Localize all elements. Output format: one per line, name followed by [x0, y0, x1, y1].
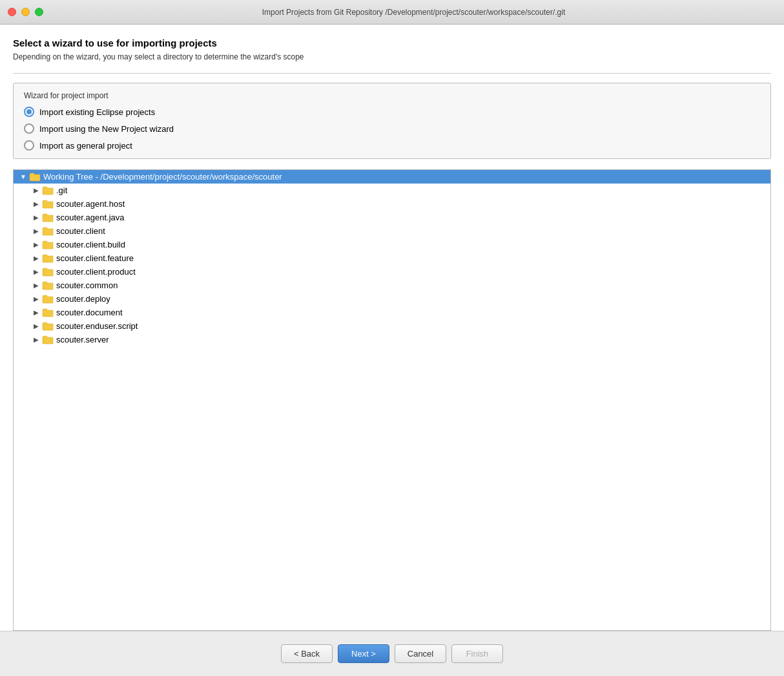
close-button[interactable]: [8, 8, 16, 16]
tree-item-label: scouter.agent.java: [56, 213, 125, 222]
folder-icon-child: [42, 268, 54, 277]
tree-item[interactable]: scouter.enduser.script: [14, 319, 770, 333]
radio-new-project[interactable]: [24, 123, 34, 134]
tree-item-label: scouter.client.build: [56, 240, 125, 249]
folder-icon-child: [42, 254, 54, 263]
dialog-content: Select a wizard to use for importing pro…: [0, 25, 784, 676]
tree-children: .git scouter.agent.host scouter.agent.ja…: [14, 184, 770, 346]
tree-item-label: scouter.enduser.script: [56, 321, 138, 331]
tree-root-label: Working Tree - /Development/project/scou…: [43, 172, 282, 182]
tree-item[interactable]: scouter.server: [14, 333, 770, 346]
tree-item-label: scouter.server: [56, 335, 109, 344]
expand-arrow-child[interactable]: [32, 186, 41, 195]
radio-import-eclipse[interactable]: [24, 107, 34, 117]
tree-item[interactable]: scouter.client.feature: [14, 251, 770, 265]
folder-icon-child: [42, 322, 54, 331]
tree-item-label: .git: [56, 185, 67, 195]
separator: [13, 73, 771, 74]
next-button[interactable]: Next >: [338, 644, 389, 663]
wizard-box-label: Wizard for project import: [24, 91, 760, 100]
dialog-body: Select a wizard to use for importing pro…: [0, 25, 784, 631]
expand-arrow-child[interactable]: [32, 240, 41, 249]
expand-arrow-child[interactable]: [32, 200, 41, 209]
expand-arrow-child[interactable]: [32, 308, 41, 317]
bottom-bar: < Back Next > Cancel Finish: [0, 631, 784, 676]
radio-label-2: Import using the New Project wizard: [39, 124, 174, 134]
radio-option-3[interactable]: Import as general project: [24, 140, 760, 151]
minimize-button[interactable]: [21, 8, 30, 16]
tree-item[interactable]: scouter.deploy: [14, 292, 770, 306]
cancel-button[interactable]: Cancel: [395, 644, 446, 663]
tree-item-label: scouter.deploy: [56, 294, 110, 304]
radio-label-1: Import existing Eclipse projects: [39, 107, 155, 117]
tree-item[interactable]: scouter.common: [14, 279, 770, 292]
folder-icon-child: [42, 308, 54, 317]
title-bar: Import Projects from Git Repository /Dev…: [0, 0, 784, 25]
dialog-subtitle: Depending on the wizard, you may select …: [13, 52, 771, 61]
tree-item-label: scouter.common: [56, 280, 118, 290]
folder-icon-child: [42, 281, 54, 290]
folder-icon-child: [42, 295, 54, 304]
folder-icon-child: [42, 240, 54, 249]
tree-item[interactable]: scouter.agent.host: [14, 197, 770, 211]
tree-item[interactable]: scouter.client: [14, 224, 770, 238]
radio-option-2[interactable]: Import using the New Project wizard: [24, 123, 760, 134]
tree-item-label: scouter.document: [56, 308, 123, 317]
back-button[interactable]: < Back: [281, 644, 333, 663]
maximize-button[interactable]: [35, 8, 43, 16]
folder-icon-child: [42, 227, 54, 236]
finish-button[interactable]: Finish: [451, 644, 503, 663]
tree-view[interactable]: Working Tree - /Development/project/scou…: [13, 169, 771, 631]
tree-item[interactable]: scouter.client.product: [14, 265, 770, 279]
window-title: Import Projects from Git Repository /Dev…: [51, 8, 776, 17]
tree-root[interactable]: Working Tree - /Development/project/scou…: [14, 170, 770, 184]
expand-arrow-child[interactable]: [32, 227, 41, 236]
tree-item-label: scouter.agent.host: [56, 199, 125, 209]
dialog-header: Select a wizard to use for importing pro…: [13, 37, 771, 70]
tree-item-label: scouter.client: [56, 226, 105, 236]
tree-item-label: scouter.client.product: [56, 267, 136, 277]
traffic-lights: [8, 8, 43, 16]
expand-arrow-child[interactable]: [32, 213, 41, 222]
folder-icon-root: [29, 173, 41, 182]
folder-icon-child: [42, 200, 54, 209]
tree-item[interactable]: scouter.agent.java: [14, 211, 770, 224]
radio-general-project[interactable]: [24, 140, 34, 151]
folder-icon-child: [42, 335, 54, 344]
radio-label-3: Import as general project: [39, 141, 132, 151]
dialog-title: Select a wizard to use for importing pro…: [13, 37, 771, 48]
expand-arrow-child[interactable]: [32, 322, 41, 331]
expand-arrow-child[interactable]: [32, 268, 41, 277]
expand-arrow-child[interactable]: [32, 335, 41, 344]
expand-arrow-child[interactable]: [32, 281, 41, 290]
wizard-selection-box: Wizard for project import Import existin…: [13, 83, 771, 159]
expand-arrow-child[interactable]: [32, 254, 41, 263]
folder-icon-child: [42, 186, 54, 195]
tree-item[interactable]: .git: [14, 184, 770, 197]
folder-icon-child: [42, 213, 54, 222]
expand-arrow-child[interactable]: [32, 295, 41, 304]
tree-item[interactable]: scouter.document: [14, 306, 770, 319]
tree-item[interactable]: scouter.client.build: [14, 238, 770, 251]
radio-option-1[interactable]: Import existing Eclipse projects: [24, 107, 760, 117]
expand-arrow-root[interactable]: [19, 173, 28, 182]
tree-item-label: scouter.client.feature: [56, 253, 134, 263]
